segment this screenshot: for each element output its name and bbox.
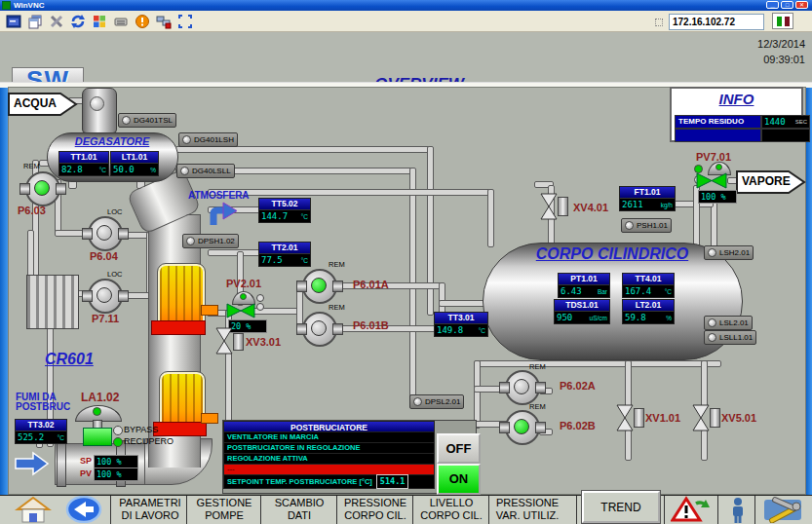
off-button[interactable]: OFF xyxy=(437,433,481,464)
nav-livello-corpo[interactable]: LIVELLOCORPO CIL. xyxy=(415,497,487,522)
duct-flange xyxy=(57,440,66,487)
alarm-lsl201: LSL2.01 xyxy=(704,316,753,330)
refresh-icon[interactable] xyxy=(70,14,86,29)
la102-status-led xyxy=(93,407,101,416)
valve-label-xv401: XV4.01 xyxy=(573,202,608,213)
nav-parametri-di-lavoro[interactable]: PARAMETRIDI LAVORO xyxy=(114,497,186,522)
home-button[interactable] xyxy=(10,496,55,523)
warning-icon[interactable] xyxy=(135,14,150,29)
on-button[interactable]: ON xyxy=(437,464,481,495)
display-tt301[interactable]: TT3.01149.8°C xyxy=(434,312,488,337)
burner-upper-stub xyxy=(201,305,218,316)
fumi-label: FUMI DAPOSTBRUC xyxy=(16,393,70,412)
pipe-segment xyxy=(27,230,34,279)
pipe-segment xyxy=(474,360,481,429)
pump-p603[interactable] xyxy=(25,171,60,206)
xv101-actuator xyxy=(634,408,644,428)
device-icon[interactable] xyxy=(113,14,129,29)
window-titlebar[interactable]: WinVNC ▁ □ ✕ xyxy=(0,0,812,11)
info-row: TEMPO RESIDUO 1440SEC xyxy=(675,115,810,129)
nav-divider xyxy=(186,496,187,524)
la102-sp-display: 100 % xyxy=(94,455,138,468)
vnc-app-icon xyxy=(2,1,11,10)
valve-label-la102: LA1.02 xyxy=(81,391,119,404)
pump-label: P6.01A xyxy=(353,279,389,290)
pump-p601b[interactable] xyxy=(302,312,337,347)
display-tt201[interactable]: TT2.0177.5°C xyxy=(258,242,311,267)
valve-label-pv701: PV7.01 xyxy=(696,151,731,163)
fullscreen-icon[interactable] xyxy=(177,14,193,29)
valve-xv301[interactable] xyxy=(215,327,233,358)
nav-divider xyxy=(717,496,718,524)
nav-pressione-corpo[interactable]: PRESSIONECORPO CIL. xyxy=(339,497,411,522)
alarms-button[interactable] xyxy=(671,496,710,523)
pump-p602b[interactable] xyxy=(505,410,540,445)
nav-gestione-pompe[interactable]: GESTIONEPOMPE xyxy=(189,497,259,522)
bypass-led-icon xyxy=(113,426,123,435)
trend-button[interactable]: TREND xyxy=(582,491,660,523)
maximize-button[interactable]: □ xyxy=(781,1,793,9)
pipe-segment xyxy=(427,146,434,316)
drag-handle-icon[interactable] xyxy=(655,19,663,26)
display-pt101[interactable]: PT1.016.43Bar xyxy=(558,273,610,298)
ip-address-input[interactable] xyxy=(669,14,764,30)
pv-label: PV xyxy=(80,468,92,478)
pv701-position-display: 100 % xyxy=(698,190,737,204)
burner-lower-base xyxy=(153,422,207,436)
pump-p711[interactable] xyxy=(88,279,123,314)
minimize-button[interactable]: ▁ xyxy=(766,1,779,9)
alarm-dpsh102: DPSH1.02 xyxy=(182,234,239,248)
valve-label-xv501: XV5.01 xyxy=(721,412,756,424)
valve-xv401[interactable] xyxy=(540,193,558,224)
nav-pressione-var-utiliz[interactable]: PRESSIONEVAR. UTILIZ. xyxy=(491,497,563,522)
display-tt401[interactable]: TT4.01167.4°C xyxy=(622,273,675,298)
display-ft101[interactable]: FT1.012611kg/h xyxy=(619,186,676,211)
display-tds101[interactable]: TDS1.01950uS/cm xyxy=(554,299,610,324)
display-lt201[interactable]: LT2.0159.8% xyxy=(622,299,675,324)
la102-valve-body[interactable] xyxy=(83,428,112,446)
pv201-dot xyxy=(256,294,264,302)
pipe-segment xyxy=(487,189,494,247)
heat-exchanger[interactable] xyxy=(26,275,79,329)
close-button[interactable]: ✕ xyxy=(795,1,808,9)
display-tt302[interactable]: TT3.02525.2°C xyxy=(15,419,67,444)
maintenance-button[interactable] xyxy=(760,496,805,523)
alarm-lsll101: LSLL1.01 xyxy=(704,330,756,345)
setpoint-value[interactable]: 514.1 xyxy=(376,474,409,489)
valve-xv101[interactable] xyxy=(616,404,634,435)
back-button[interactable] xyxy=(60,496,107,523)
nav-divider xyxy=(488,496,489,524)
connection-status-icon[interactable] xyxy=(772,13,793,29)
pump-p601a[interactable] xyxy=(302,269,337,304)
led-icon xyxy=(708,333,716,342)
pump-p602a[interactable] xyxy=(505,370,540,405)
acqua-flow-tag: ACQUA xyxy=(8,93,78,120)
display-tt101[interactable]: TT1.0182.8°C xyxy=(58,151,109,176)
valve-xv501[interactable] xyxy=(692,404,710,435)
bypass-label: BYPASS xyxy=(124,425,158,434)
nav-scambio-dati[interactable]: SCAMBIODATI xyxy=(263,497,335,522)
nav-divider xyxy=(412,496,413,524)
display-lt101[interactable]: LT1.0150.0% xyxy=(110,151,159,176)
alarm-psh101: PSH1.01 xyxy=(621,218,672,233)
vapore-flow-tag: VAPORE xyxy=(736,170,806,198)
burner-lower xyxy=(160,372,205,429)
network-icon[interactable] xyxy=(156,14,172,29)
xv301-actuator xyxy=(233,333,244,351)
desktop-edge-left xyxy=(0,32,8,524)
hmi-screen: WinVNC ▁ □ ✕ SW SOLWARE OVERVIEW 12/3/20… xyxy=(0,0,812,524)
display-tt502[interactable]: TT5.02144.7°C xyxy=(258,198,311,223)
nav-divider xyxy=(664,496,665,524)
tools-icon[interactable] xyxy=(49,14,64,29)
copy-files-icon[interactable] xyxy=(27,14,43,29)
burner-lower-stub xyxy=(201,413,218,424)
operator-button[interactable] xyxy=(725,496,751,523)
pump-p604[interactable] xyxy=(88,216,123,251)
app-window-icon[interactable] xyxy=(6,14,21,29)
valve-label-xv301: XV3.01 xyxy=(246,336,281,348)
windows-logo-icon[interactable] xyxy=(92,14,107,29)
pipe-segment xyxy=(225,353,232,429)
xv401-actuator xyxy=(558,197,568,216)
fumi-arrow-icon xyxy=(14,450,51,481)
pipe-segment xyxy=(175,146,431,153)
